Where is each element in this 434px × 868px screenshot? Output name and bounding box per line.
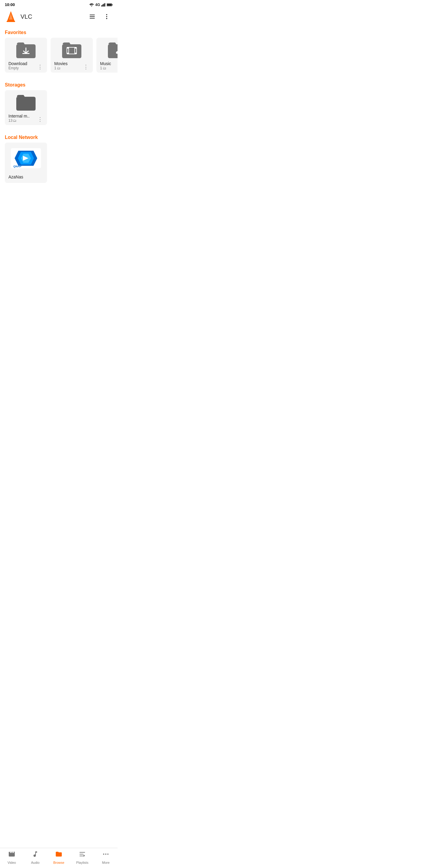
- storages-card-row: Internal m.. 13 🗂 ⋮: [0, 90, 118, 130]
- status-time: 10:00: [5, 2, 15, 7]
- movies-card[interactable]: Movies 1 🗂 ⋮: [51, 38, 93, 73]
- svg-rect-5: [112, 4, 113, 5]
- azanas-card[interactable]: QNAP AzaNas: [5, 143, 47, 183]
- local-network-title: Local Network: [0, 130, 118, 143]
- download-folder-icon: [16, 41, 36, 58]
- download-card[interactable]: Download Empty ⋮: [5, 38, 47, 73]
- download-card-menu-button[interactable]: ⋮: [37, 64, 43, 70]
- wifi-icon: [89, 3, 94, 7]
- more-vertical-icon: [103, 13, 110, 20]
- app-bar-actions: [86, 10, 113, 23]
- download-card-bottom: Download Empty ⋮: [8, 61, 43, 70]
- internal-card-info: Internal m.. 13 🗂: [8, 114, 30, 123]
- movies-card-menu-button[interactable]: ⋮: [83, 64, 89, 70]
- music-card-name: Music: [100, 61, 111, 66]
- overflow-menu-button[interactable]: [101, 10, 113, 23]
- azanas-icon-wrap: QNAP: [8, 146, 43, 170]
- svg-rect-8: [7, 21, 15, 22]
- svg-point-12: [106, 18, 107, 19]
- movies-folder-icon: [62, 41, 82, 58]
- signal-icon: [101, 3, 105, 7]
- status-bar: 10:00 4G: [0, 0, 118, 8]
- svg-rect-19: [75, 47, 76, 49]
- app-bar: VLC: [0, 8, 118, 25]
- internal-folder-icon: [16, 94, 36, 111]
- movies-card-meta: 1 🗂: [54, 66, 67, 70]
- music-icon-wrap: [100, 41, 118, 58]
- svg-rect-13: [22, 53, 30, 54]
- internal-storage-card[interactable]: Internal m.. 13 🗂 ⋮: [5, 90, 47, 125]
- movies-icon-wrap: [54, 41, 89, 58]
- music-card-meta: 1 🗂: [100, 66, 111, 70]
- svg-rect-6: [107, 4, 112, 5]
- svg-rect-0: [101, 5, 102, 6]
- movies-card-name: Movies: [54, 61, 67, 66]
- music-card[interactable]: Music 1 🗂 ⋮: [96, 38, 118, 73]
- local-network-card-row: QNAP AzaNas: [0, 143, 118, 188]
- svg-rect-1: [102, 4, 103, 6]
- music-folder-icon: [108, 41, 118, 58]
- internal-icon-wrap: [8, 94, 43, 111]
- storages-section: Storages Internal m.. 13 🗂: [0, 78, 118, 130]
- download-icon-wrap: [8, 41, 43, 58]
- svg-rect-20: [67, 53, 69, 54]
- app-title: VLC: [21, 13, 83, 20]
- battery-icon: [107, 3, 113, 7]
- list-view-button[interactable]: [86, 10, 98, 23]
- internal-card-menu-button[interactable]: ⋮: [37, 116, 43, 123]
- favorites-title: Favorites: [0, 25, 118, 38]
- svg-point-10: [106, 14, 107, 16]
- internal-card-name: Internal m..: [8, 114, 30, 119]
- music-card-bottom: Music 1 🗂 ⋮: [100, 61, 118, 70]
- svg-rect-2: [103, 4, 104, 6]
- azanas-logo-icon: QNAP: [11, 148, 41, 169]
- download-card-name: Download: [8, 61, 27, 66]
- main-content: Favorites Download Empty: [0, 25, 118, 212]
- favorites-section: Favorites Download Empty: [0, 25, 118, 78]
- svg-text:QNAP: QNAP: [13, 165, 21, 168]
- movies-card-bottom: Movies 1 🗂 ⋮: [54, 61, 89, 70]
- download-card-info: Download Empty: [8, 61, 27, 70]
- music-card-info: Music 1 🗂: [100, 61, 111, 70]
- internal-card-bottom: Internal m.. 13 🗂 ⋮: [8, 114, 43, 123]
- status-icons: 4G: [89, 3, 113, 7]
- svg-point-11: [106, 16, 107, 17]
- download-card-meta: Empty: [8, 66, 27, 70]
- svg-rect-17: [67, 47, 69, 49]
- internal-card-meta: 13 🗂: [8, 119, 30, 123]
- svg-rect-21: [75, 53, 76, 54]
- local-network-section: Local Network QNAP: [0, 130, 118, 188]
- favorites-card-row: Download Empty ⋮: [0, 38, 118, 78]
- svg-rect-3: [104, 3, 105, 6]
- movies-card-info: Movies 1 🗂: [54, 61, 67, 70]
- storages-title: Storages: [0, 78, 118, 90]
- azanas-card-name: AzaNas: [8, 173, 43, 181]
- app-logo: [5, 10, 17, 23]
- 4g-label: 4G: [95, 3, 100, 7]
- list-icon: [89, 13, 96, 20]
